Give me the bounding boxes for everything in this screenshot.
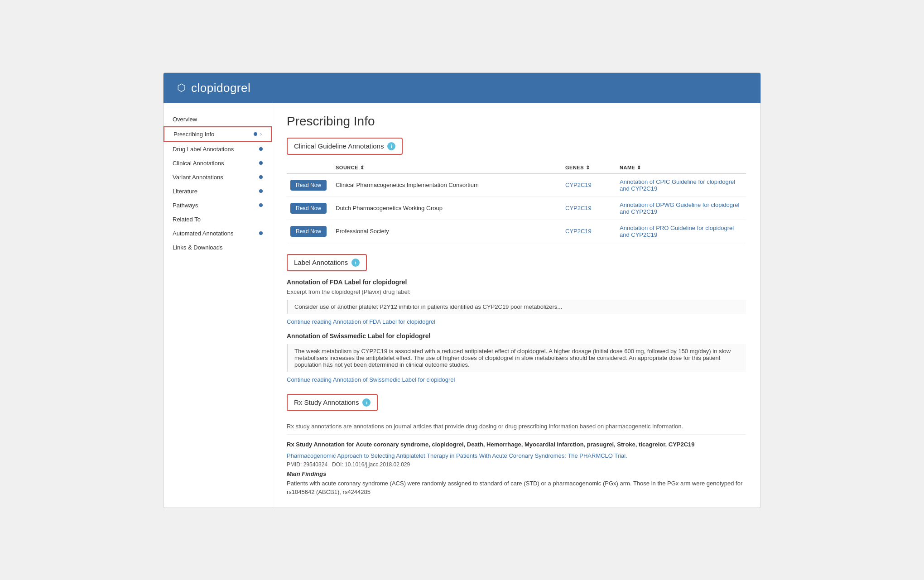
label-annotation-subtitle: Excerpt from the clopidogrel (Plavix) dr…	[287, 288, 746, 295]
table-row: Read Now Clinical Pharmacogenetics Imple…	[287, 173, 746, 197]
sidebar-dot	[259, 189, 263, 193]
gene-link[interactable]: CYP2C19	[565, 228, 592, 235]
clinical-guidelines-info-icon[interactable]: i	[387, 142, 395, 150]
sidebar-item-label: Pathways	[173, 202, 198, 209]
sidebar-item-label: Literature	[173, 188, 197, 195]
rx-study-content: Rx study annotations are annotations on …	[287, 423, 746, 497]
table-cell-source: Professional Society	[332, 220, 562, 243]
rx-study-annotations-list: Rx Study Annotation for Acute coronary s…	[287, 441, 746, 497]
gene-link[interactable]: CYP2C19	[565, 205, 592, 211]
read-now-button[interactable]: Read Now	[290, 180, 327, 191]
pmid-doi-line: PMID: 29540324 DOI: 10.1016/j.jacc.2018.…	[287, 461, 746, 468]
main-findings-text: Patients with acute coronary syndrome (A…	[287, 479, 746, 497]
label-annotation-item: Annotation of FDA Label for clopidogrel …	[287, 278, 746, 325]
label-annotations-title: Label Annotations	[294, 259, 348, 266]
page-title: Prescribing Info	[287, 114, 746, 129]
gene-link[interactable]: CYP2C19	[565, 182, 592, 188]
sidebar-item-clinical-annotations[interactable]: Clinical Annotations	[164, 156, 272, 170]
main-findings-label: Main Findings	[287, 470, 746, 477]
sidebar-item-label: Links & Downloads	[173, 244, 223, 251]
table-header-btn	[287, 162, 332, 174]
rx-study-section-header: Rx Study Annotations i	[287, 394, 378, 411]
table-cell-gene: CYP2C19	[562, 220, 616, 243]
doi-text: DOI: 10.1016/j.jacc.2018.02.029	[332, 461, 410, 468]
table-row: Read Now Professional Society CYP2C19 An…	[287, 220, 746, 243]
sidebar-item-label: Variant Annotations	[173, 174, 223, 181]
sidebar-item-label: Automated Annotations	[173, 230, 233, 237]
app-logo-icon: ⬡	[177, 82, 186, 94]
pmid-text: PMID: 29540324	[287, 461, 327, 468]
sidebar-dot	[259, 161, 263, 165]
rx-study-description: Rx study annotations are annotations on …	[287, 423, 746, 435]
table-cell-source: Clinical Pharmacogenetics Implementation…	[332, 173, 562, 197]
rx-study-title: Rx Study Annotations	[294, 398, 359, 406]
main-content: Prescribing Info Clinical Guideline Anno…	[272, 103, 760, 508]
label-annotation-excerpt: Consider use of another platelet P2Y12 i…	[287, 300, 746, 314]
table-cell-source: Dutch Pharmacogenetics Working Group	[332, 197, 562, 220]
annotation-link[interactable]: Annotation of PRO Guideline for clopidog…	[620, 225, 734, 238]
label-annotations-content: Annotation of FDA Label for clopidogrel …	[287, 278, 746, 383]
read-now-button[interactable]: Read Now	[290, 203, 327, 214]
app-header: ⬡ clopidogrel	[164, 73, 760, 103]
rx-study-info-icon[interactable]: i	[362, 398, 371, 407]
sidebar-dot	[259, 175, 263, 179]
sidebar-item-label: Related To	[173, 216, 201, 223]
sidebar-item-variant-annotations[interactable]: Variant Annotations	[164, 170, 272, 184]
rx-study-annotation-title: Rx Study Annotation for Acute coronary s…	[287, 441, 746, 448]
sidebar-dot	[259, 203, 263, 207]
label-annotation-title: Annotation of FDA Label for clopidogrel	[287, 278, 746, 286]
rx-study-article-link[interactable]: Pharmacogenomic Approach to Selecting An…	[287, 452, 627, 459]
sidebar-item-drug-label[interactable]: Drug Label Annotations	[164, 142, 272, 156]
annotation-link[interactable]: Annotation of DPWG Guideline for clopido…	[620, 201, 739, 215]
clinical-guidelines-title: Clinical Guideline Annotations	[294, 142, 384, 150]
label-annotations-section-header: Label Annotations i	[287, 254, 367, 271]
table-cell-gene: CYP2C19	[562, 197, 616, 220]
clinical-guidelines-section-header: Clinical Guideline Annotations i	[287, 138, 403, 155]
clinical-guidelines-table: SOURCE ⇕ GENES ⇕ NAME ⇕ Read Now Clinica…	[287, 162, 746, 243]
label-annotation-title: Annotation of Swissmedic Label for clopi…	[287, 332, 746, 340]
sidebar-item-label: Prescribing Info	[173, 131, 214, 138]
sidebar: Overview Prescribing Info › Drug Label A…	[164, 103, 272, 508]
label-annotations-info-icon[interactable]: i	[351, 259, 360, 267]
annotation-link[interactable]: Annotation of CPIC Guideline for clopido…	[620, 178, 735, 192]
continue-reading-link[interactable]: Continue reading Annotation of FDA Label…	[287, 318, 746, 325]
sidebar-item-prescribing-info[interactable]: Prescribing Info ›	[164, 126, 272, 142]
sidebar-item-label: Drug Label Annotations	[173, 146, 234, 153]
sidebar-item-pathways[interactable]: Pathways	[164, 198, 272, 212]
read-now-button[interactable]: Read Now	[290, 226, 327, 237]
table-cell-btn: Read Now	[287, 220, 332, 243]
sidebar-item-automated-annotations[interactable]: Automated Annotations	[164, 226, 272, 240]
sidebar-item-literature[interactable]: Literature	[164, 184, 272, 198]
sidebar-item-right: ›	[251, 131, 262, 137]
sidebar-dot	[259, 231, 263, 235]
table-header-name[interactable]: NAME ⇕	[616, 162, 746, 174]
rx-study-annotation-item: Rx Study Annotation for Acute coronary s…	[287, 441, 746, 497]
app-body: Overview Prescribing Info › Drug Label A…	[164, 103, 760, 508]
sidebar-item-label: Clinical Annotations	[173, 160, 224, 167]
table-cell-gene: CYP2C19	[562, 173, 616, 197]
table-row: Read Now Dutch Pharmacogenetics Working …	[287, 197, 746, 220]
sidebar-item-overview[interactable]: Overview	[164, 112, 272, 126]
sidebar-dot	[254, 132, 257, 136]
sidebar-item-related-to[interactable]: Related To	[164, 212, 272, 226]
table-cell-btn: Read Now	[287, 173, 332, 197]
table-cell-btn: Read Now	[287, 197, 332, 220]
table-header-genes[interactable]: GENES ⇕	[562, 162, 616, 174]
label-annotation-item: Annotation of Swissmedic Label for clopi…	[287, 332, 746, 383]
app-frame: ⬡ clopidogrel Overview Prescribing Info …	[163, 72, 761, 508]
table-header-source[interactable]: SOURCE ⇕	[332, 162, 562, 174]
table-cell-name: Annotation of CPIC Guideline for clopido…	[616, 173, 746, 197]
sidebar-arrow-icon: ›	[260, 131, 262, 137]
sidebar-item-label: Overview	[173, 116, 197, 123]
sidebar-item-links-downloads[interactable]: Links & Downloads	[164, 240, 272, 254]
table-cell-name: Annotation of DPWG Guideline for clopido…	[616, 197, 746, 220]
sidebar-dot	[259, 147, 263, 151]
label-annotation-excerpt: The weak metabolism by CYP2C19 is associ…	[287, 344, 746, 372]
table-cell-name: Annotation of PRO Guideline for clopidog…	[616, 220, 746, 243]
app-title: clopidogrel	[191, 81, 250, 95]
continue-reading-link[interactable]: Continue reading Annotation of Swissmedi…	[287, 376, 746, 383]
